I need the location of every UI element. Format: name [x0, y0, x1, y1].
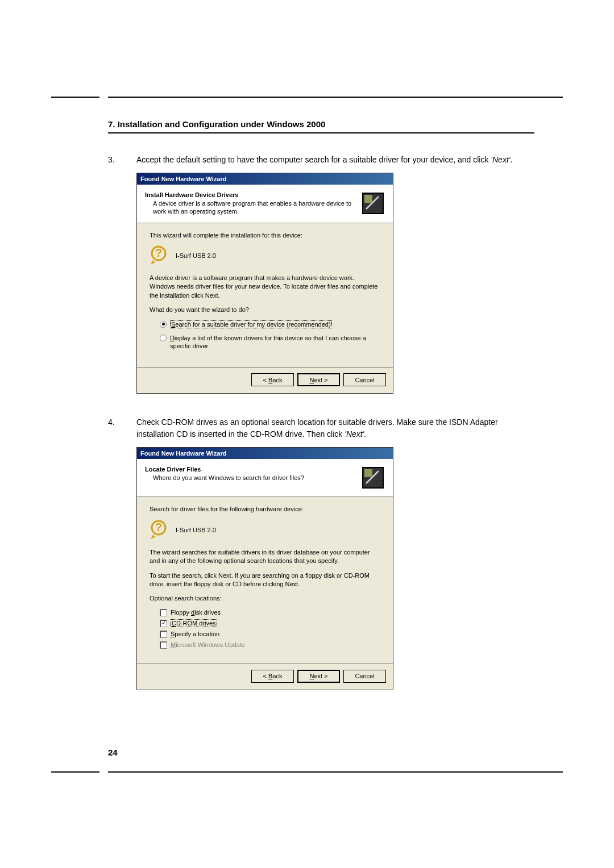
next-button[interactable]: Next >	[297, 670, 340, 683]
dialog-text: The wizard searches for suitable drivers…	[150, 548, 380, 566]
step-text: Accept the default setting to have the c…	[136, 154, 534, 166]
instruction-step-4: 4. Check CD-ROM drives as an optional se…	[108, 416, 534, 440]
section-heading: 7. Installation and Configuration under …	[108, 119, 534, 129]
step-number: 4.	[108, 416, 136, 440]
instruction-step-3: 3. Accept the default setting to have th…	[108, 154, 534, 166]
dialog-header: Install Hardware Device Drivers A device…	[137, 185, 393, 223]
svg-text:?: ?	[155, 247, 162, 259]
page-number: 24	[108, 748, 118, 757]
svg-rect-2	[364, 195, 372, 203]
cancel-button[interactable]: Cancel	[343, 373, 386, 386]
question-icon: ?	[150, 245, 170, 266]
question-icon: ?	[150, 520, 170, 540]
dialog-text: A device driver is a software program th…	[150, 274, 380, 300]
device-name: I-Surf USB 2.0	[176, 252, 216, 259]
hardware-icon	[361, 191, 385, 215]
radio-button	[160, 335, 167, 341]
checkbox-icon	[160, 631, 167, 638]
step-text: Check CD-ROM drives as an optional searc…	[136, 416, 534, 440]
dialog-header: Locate Driver Files Where do you want Wi…	[137, 459, 393, 497]
checkbox-windows-update: Microsoft Windows Update	[160, 641, 380, 649]
dialog-prompt: What do you want the wizard to do?	[150, 306, 380, 314]
checkbox-cdrom[interactable]: ✓ CD-ROM drives	[160, 620, 380, 627]
svg-text:?: ?	[155, 521, 162, 533]
dialog-text: To start the search, click Next. If you …	[150, 571, 380, 589]
dialog-header-title: Install Hardware Device Drivers	[145, 191, 356, 198]
radio-search-driver[interactable]: Search for a suitable driver for my devi…	[160, 320, 380, 328]
checkbox-floppy[interactable]: Floppy disk drives	[160, 609, 380, 616]
back-button[interactable]: < Back	[251, 670, 294, 683]
dialog-titlebar: Found New Hardware Wizard	[137, 173, 393, 185]
cancel-button[interactable]: Cancel	[343, 670, 386, 683]
radio-button	[160, 321, 167, 328]
dialog-text: This wizard will complete the installati…	[150, 231, 380, 240]
back-button[interactable]: < Back	[251, 373, 294, 386]
radio-display-list[interactable]: Display a list of the known drivers for …	[160, 334, 380, 350]
dialog-titlebar: Found New Hardware Wizard	[137, 448, 393, 459]
checkbox-icon	[160, 641, 167, 649]
next-button[interactable]: Next >	[297, 373, 340, 386]
device-name: I-Surf USB 2.0	[176, 527, 216, 533]
options-heading: Optional search locations:	[150, 594, 380, 603]
dialog-install-drivers: Found New Hardware Wizard Install Hardwa…	[136, 173, 393, 394]
hardware-icon	[361, 466, 385, 490]
checkbox-icon: ✓	[160, 620, 167, 627]
checkbox-specify[interactable]: Specify a location	[160, 631, 380, 638]
dialog-header-subtitle: Where do you want Windows to search for …	[145, 474, 356, 482]
dialog-text: Search for driver files for the followin…	[150, 505, 380, 514]
checkbox-icon	[160, 609, 167, 616]
dialog-header-subtitle: A device driver is a software program th…	[145, 199, 356, 216]
dialog-header-title: Locate Driver Files	[145, 466, 356, 473]
dialog-locate-files: Found New Hardware Wizard Locate Driver …	[136, 447, 393, 690]
step-number: 3.	[108, 154, 136, 166]
svg-rect-7	[364, 469, 372, 477]
heading-rule	[108, 132, 534, 133]
